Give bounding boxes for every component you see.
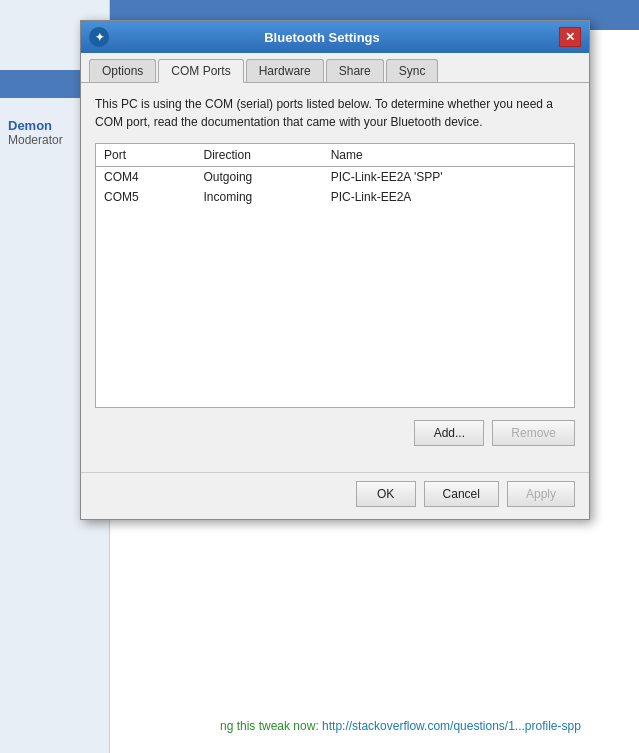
col-port: Port	[96, 144, 196, 167]
bottom-link-area: ng this tweak now: http://stackoverflow.…	[220, 719, 625, 733]
dialog-title: Bluetooth Settings	[117, 30, 527, 45]
row2-port: COM5	[96, 187, 196, 207]
title-bar: ✦ Bluetooth Settings ✕	[81, 21, 589, 53]
row1-direction: Outgoing	[196, 167, 323, 188]
bluetooth-icon-symbol: ✦	[95, 31, 104, 44]
bottom-link-text: ng this tweak now: http://stackoverflow.…	[220, 719, 625, 733]
table-row[interactable]: COM4 Outgoing PIC-Link-EE2A 'SPP'	[96, 167, 574, 188]
add-remove-row: Add... Remove	[95, 420, 575, 446]
tab-options[interactable]: Options	[89, 59, 156, 82]
table-row[interactable]: COM5 Incoming PIC-Link-EE2A	[96, 187, 574, 207]
row2-direction: Incoming	[196, 187, 323, 207]
bluetooth-dialog: ✦ Bluetooth Settings ✕ Options COM Ports…	[80, 20, 590, 520]
apply-button[interactable]: Apply	[507, 481, 575, 507]
col-direction: Direction	[196, 144, 323, 167]
dialog-footer: OK Cancel Apply	[81, 472, 589, 519]
tab-sync[interactable]: Sync	[386, 59, 439, 82]
table-spacer	[96, 207, 574, 407]
row2-name: PIC-Link-EE2A	[323, 187, 574, 207]
close-button[interactable]: ✕	[559, 27, 581, 47]
cancel-button[interactable]: Cancel	[424, 481, 499, 507]
row1-port: COM4	[96, 167, 196, 188]
info-text: This PC is using the COM (serial) ports …	[95, 95, 575, 131]
col-name: Name	[323, 144, 574, 167]
com-table-container: Port Direction Name COM4 Outgoing PIC-Li…	[95, 143, 575, 408]
tab-com-ports[interactable]: COM Ports	[158, 59, 243, 83]
link-prefix: ng this tweak now:	[220, 719, 322, 733]
bluetooth-icon: ✦	[89, 27, 109, 47]
dialog-body: This PC is using the COM (serial) ports …	[81, 83, 589, 472]
com-ports-table: Port Direction Name COM4 Outgoing PIC-Li…	[96, 144, 574, 407]
row1-name: PIC-Link-EE2A 'SPP'	[323, 167, 574, 188]
ok-button[interactable]: OK	[356, 481, 416, 507]
link-url[interactable]: http://stackoverflow.com/questions/1...p…	[322, 719, 581, 733]
tab-share[interactable]: Share	[326, 59, 384, 82]
add-button[interactable]: Add...	[414, 420, 484, 446]
tab-bar: Options COM Ports Hardware Share Sync	[81, 53, 589, 83]
remove-button[interactable]: Remove	[492, 420, 575, 446]
tab-hardware[interactable]: Hardware	[246, 59, 324, 82]
